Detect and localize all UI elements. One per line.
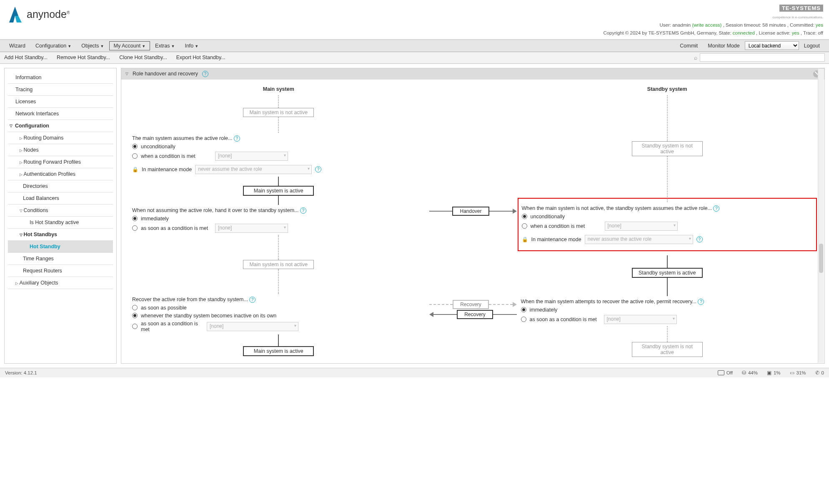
chevron-down-icon: ▽ (10, 124, 13, 128)
toolbar: Add Hot Standby... Remove Hot Standby...… (0, 52, 829, 64)
help-icon[interactable]: ? (315, 166, 321, 172)
help-icon[interactable]: ? (202, 71, 208, 77)
te-systems-logo: TE-SYSTEMS competence in e-communication… (773, 4, 823, 20)
sidebar-hot-standbys[interactable]: ▽ Hot Standbys (8, 229, 113, 241)
help-icon[interactable]: ? (696, 236, 703, 242)
memory-icon: ▭ (790, 370, 794, 376)
radio-standby-when-condition[interactable] (522, 223, 527, 229)
brand-logo: anynode® (6, 4, 70, 24)
remove-hot-standby[interactable]: Remove Hot Standby... (57, 55, 110, 60)
chevron-down-icon: ▽ (20, 233, 24, 237)
menu-extras[interactable]: Extras▼ (150, 41, 180, 51)
sidebar-routing-forward-profiles[interactable]: ▷ Routing Forward Profiles (8, 156, 113, 168)
scrollbar[interactable] (818, 69, 824, 363)
chevron-right-icon: ▷ (20, 172, 24, 177)
sidebar-network-interfaces[interactable]: Network Interfaces (8, 108, 113, 120)
sidebar-information[interactable]: Information (8, 72, 113, 84)
radio-when-condition[interactable] (132, 153, 138, 159)
panel-title: Role handover and recovery (133, 71, 198, 77)
sidebar-time-ranges[interactable]: Time Ranges (8, 253, 113, 265)
sidebar-nodes[interactable]: ▷ Nodes (8, 144, 113, 156)
sidebar-is-hot-standby-active[interactable]: Is Hot Standby active (8, 217, 113, 229)
calls-stat: ✆0 (815, 370, 824, 376)
header: anynode® TE-SYSTEMS competence in e-comm… (0, 0, 829, 40)
standby-not-active-box: Standby system is not active (632, 141, 703, 156)
sidebar-directories[interactable]: Directories (8, 180, 113, 192)
menu-my-account[interactable]: My Account▼ (109, 41, 150, 50)
cpu-icon: ▣ (767, 370, 771, 376)
main-menubar: Wizard Configuration▼ Objects▼ My Accoun… (0, 40, 829, 52)
chevron-right-icon: ▷ (20, 148, 24, 152)
sidebar-routing-domains[interactable]: ▷ Routing Domains (8, 132, 113, 144)
sidebar-authentication-profiles[interactable]: ▷ Authentication Profiles (8, 168, 113, 180)
condition-select[interactable]: [none] (604, 315, 677, 324)
menu-info[interactable]: Info▼ (180, 41, 203, 51)
condition-select[interactable]: [none] (605, 222, 678, 231)
standby-not-active-box-2: Standby system is not active (632, 342, 703, 357)
sidebar-conditions[interactable]: ▽ Conditions (8, 205, 113, 217)
menu-objects[interactable]: Objects▼ (76, 41, 109, 51)
main-active-box: Main system is active (243, 186, 314, 196)
highlighted-section: When the main system is not active, the … (518, 198, 817, 251)
menu-configuration[interactable]: Configuration▼ (30, 41, 76, 51)
standby-active-box: Standby system is active (632, 268, 703, 278)
version-label: Version: (5, 370, 23, 375)
export-hot-standby[interactable]: Export Hot Standby... (176, 55, 225, 60)
main-handover-question: When not assuming the active role, hand … (132, 207, 425, 214)
sidebar: Information Tracing Licenses Network Int… (4, 68, 117, 364)
radio-immediately[interactable] (132, 216, 138, 221)
sidebar-tracing[interactable]: Tracing (8, 84, 113, 96)
arrow-column: Handover Recovery Recovery (429, 86, 517, 357)
monitor-mode-button[interactable]: Monitor Mode (703, 41, 744, 51)
maintenance-select[interactable]: never assume the active role (195, 165, 312, 174)
logout-button[interactable]: Logout (799, 41, 825, 51)
maintenance-select[interactable]: never assume the active role (585, 235, 693, 244)
help-icon[interactable]: ? (234, 135, 240, 142)
chevron-right-icon: ▷ (15, 281, 20, 285)
clone-hot-standby[interactable]: Clone Hot Standby... (119, 55, 167, 60)
collapse-icon[interactable]: ▽ (125, 72, 128, 76)
footer: Version: 4.12.1 Off ⛁44% ▣1% ▭31% ✆0 (0, 368, 829, 377)
chevron-down-icon: ▽ (20, 209, 24, 213)
radio-asap-condition[interactable] (132, 225, 138, 231)
phone-icon: ✆ (815, 370, 819, 376)
content-panel: ▽ Role handover and recovery ? Main syst… (121, 68, 825, 364)
menu-wizard[interactable]: Wizard (4, 41, 30, 51)
radio-permit-immediately[interactable] (521, 307, 526, 312)
main-active-box-2: Main system is active (243, 346, 314, 356)
anynode-logo-icon (6, 4, 24, 24)
scrollbar-thumb[interactable] (819, 244, 823, 273)
sidebar-configuration-group[interactable]: ▽Configuration (8, 120, 113, 132)
radio-whenever-inactive[interactable] (132, 313, 138, 318)
help-icon[interactable]: ? (300, 207, 306, 214)
radio-permit-asap-condition[interactable] (521, 317, 526, 322)
backend-select[interactable]: Local backend (745, 41, 799, 50)
help-icon[interactable]: ? (713, 205, 719, 212)
radio-asap-condition-2[interactable] (132, 324, 138, 329)
sidebar-licenses[interactable]: Licenses (8, 96, 113, 108)
handover-arrow: Handover (429, 205, 517, 217)
chevron-right-icon: ▷ (20, 160, 24, 165)
help-icon[interactable]: ? (249, 297, 255, 303)
sidebar-hot-standby[interactable]: Hot Standby (8, 241, 113, 253)
condition-select[interactable]: [none] (207, 322, 298, 331)
sidebar-auxiliary-objects[interactable]: ▷ Auxiliary Objects (8, 277, 113, 289)
sidebar-request-routers[interactable]: Request Routers (8, 265, 113, 277)
battery-icon (718, 370, 724, 375)
help-icon[interactable]: ? (698, 299, 704, 305)
sidebar-load-balancers[interactable]: Load Balancers (8, 192, 113, 205)
commit-button[interactable]: Commit (675, 41, 703, 51)
search-icon: ⌕ (694, 54, 697, 61)
search-input[interactable] (700, 53, 825, 62)
condition-select[interactable]: [none] (215, 224, 288, 233)
brand-name: anynode® (27, 8, 70, 20)
mem-stat: ▭31% (790, 370, 806, 376)
lock-icon: 🔒 (132, 167, 138, 172)
radio-standby-unconditionally[interactable] (522, 214, 527, 219)
condition-select[interactable]: [none] (215, 152, 288, 161)
radio-asap[interactable] (132, 305, 138, 310)
radio-unconditionally[interactable] (132, 144, 138, 149)
chevron-right-icon: ▷ (20, 136, 24, 140)
add-hot-standby[interactable]: Add Hot Standby... (4, 55, 48, 60)
version-value: 4.12.1 (24, 370, 37, 375)
